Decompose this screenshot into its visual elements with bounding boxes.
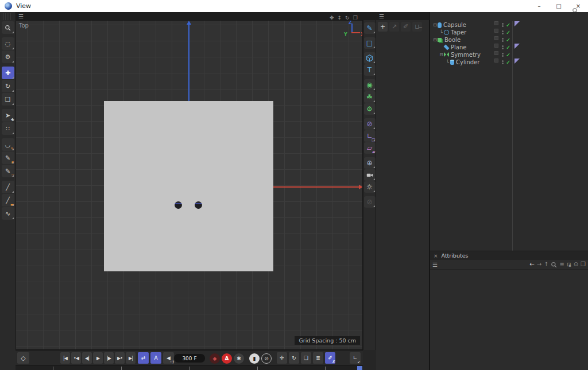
object-row-plane[interactable]: Plane ✓ [430, 44, 588, 51]
visibility-dots-toggle[interactable] [502, 29, 504, 36]
cluster-generator-tool[interactable]: ☘ [364, 91, 376, 103]
link-button[interactable]: ↗ [389, 22, 399, 32]
position-record-toggle[interactable]: ✛ [277, 352, 287, 364]
filter-icon[interactable]: ≣ [559, 262, 564, 267]
lock-icon[interactable]: ⊓▪ [567, 262, 571, 267]
layer-toggle[interactable] [494, 36, 498, 40]
loop-toggle[interactable]: ⇄ [138, 352, 149, 364]
symmetry-instance-tool[interactable]: ▱▰ [364, 142, 376, 154]
record-keyframe-button[interactable]: ◆ [210, 353, 220, 364]
zoom-camera-icon[interactable]: ↕ [336, 15, 344, 21]
layer-toggle[interactable] [494, 21, 498, 25]
pan-camera-icon[interactable]: ✥ [328, 15, 336, 21]
enabled-check-toggle[interactable]: ✓ [506, 36, 510, 44]
visibility-dots-toggle[interactable] [502, 59, 504, 66]
brush-tool[interactable]: ╱ [2, 181, 14, 193]
visibility-dots-toggle[interactable] [502, 51, 504, 59]
create-menu-icon[interactable]: ☰ [377, 13, 386, 20]
layer-toggle[interactable] [494, 59, 498, 63]
target-icon[interactable]: ⊙ [574, 262, 578, 267]
annotate-tool[interactable]: ⊘ [364, 196, 376, 208]
scale-record-toggle[interactable]: ❏ [301, 352, 311, 364]
pla-record-toggle[interactable]: ✐✗ [325, 352, 335, 364]
minimize-button[interactable]: – [529, 0, 549, 12]
back-icon[interactable]: ← [529, 262, 534, 267]
viewport-canvas[interactable]: Top Z X Y Grid Spacing : 50 cm [16, 20, 363, 350]
measure-tool[interactable]: ╱▬ [2, 194, 14, 207]
volume-generator-tool[interactable]: ⚙ [364, 103, 376, 115]
expand-icon[interactable]: ⊟ [432, 38, 438, 42]
up-icon[interactable]: ↑ [544, 262, 548, 267]
object-row-capsule[interactable]: ⊟ Capsule ✓ [430, 21, 588, 29]
toolbar-drag-handle[interactable] [2, 13, 12, 20]
enabled-check-toggle[interactable]: ✓ [506, 44, 510, 51]
fcurve-button[interactable]: ∟↙ [350, 352, 361, 364]
parameter-record-toggle[interactable]: ≣ [313, 352, 323, 364]
object-row-taper[interactable]: └ Taper ✓ [430, 29, 588, 36]
record-filter-button[interactable]: ⊘ [261, 353, 272, 364]
visibility-dots-toggle[interactable] [502, 36, 504, 44]
light-tool[interactable]: ☼ [364, 181, 376, 193]
autokey-hud-toggle[interactable]: A⋯ [150, 352, 161, 364]
maximize-button[interactable]: □ [549, 0, 568, 12]
axis-gizmo[interactable]: Z X Y [343, 22, 363, 39]
next-frame-button[interactable]: |▶ [104, 352, 114, 364]
sketch-spline-tool[interactable]: ∿ [2, 207, 14, 220]
viewport-menu-filter[interactable] [53, 14, 60, 21]
pen-spline-tool[interactable]: ✎▪ [2, 151, 14, 164]
tweak-tool[interactable]: ⚙ [2, 50, 14, 63]
transform-tool[interactable]: ➤✚ [2, 109, 14, 122]
move-tool[interactable]: ✚ [2, 67, 14, 79]
environment-tool[interactable]: ⊕ [364, 157, 376, 169]
popup-icon[interactable]: ❐ [581, 262, 586, 267]
point-spline-tool[interactable]: ✎∷ [2, 165, 14, 177]
viewport-menu-view[interactable] [26, 14, 33, 21]
set-keyframe-button[interactable]: ◇ [17, 352, 29, 364]
add-button[interactable]: + [378, 22, 388, 32]
prev-key-button[interactable]: •◀ [71, 352, 81, 364]
viewport-menu-panel[interactable] [60, 14, 67, 21]
magnet-tool[interactable]: ∷ [2, 122, 14, 135]
enabled-check-toggle[interactable]: ✓ [506, 51, 510, 59]
object-row-boole[interactable]: ⊟ Boole ✓ [430, 36, 588, 44]
viewport-menu-options[interactable] [47, 14, 53, 21]
search-icon[interactable] [551, 262, 557, 268]
create-menu--[interactable] [400, 14, 407, 21]
phong-tag-icon[interactable] [514, 59, 520, 64]
layer-toggle[interactable] [494, 29, 498, 33]
viewport-menu-display[interactable] [40, 14, 47, 21]
cylinder-object-left[interactable] [175, 201, 182, 209]
enabled-check-toggle[interactable]: ✓ [506, 59, 510, 66]
goto-end-button[interactable]: ▶| [126, 352, 136, 364]
camera-tool[interactable] [364, 169, 376, 181]
attr-menu-mode[interactable] [440, 263, 447, 269]
ruler-scroll-thumb[interactable] [357, 366, 362, 370]
rotate-camera-icon[interactable]: ↻ [343, 15, 351, 21]
sound-toggle[interactable]: ◀) [163, 352, 174, 364]
axis-modify-tool[interactable]: ∟□ [364, 130, 376, 142]
rotate-tool[interactable]: ↻ [2, 80, 14, 92]
enabled-check-toggle[interactable]: ✓ [506, 21, 510, 29]
rotation-record-toggle[interactable]: ↻ [289, 352, 299, 364]
motext-tool[interactable]: T [364, 64, 376, 76]
record-mode-button[interactable]: ▮ [249, 353, 260, 364]
object-row-symmetry[interactable]: ⊟ Symmetry ✓ [430, 51, 588, 59]
create-menu-edit[interactable] [393, 14, 400, 21]
scale-tool[interactable]: ❏ [2, 93, 14, 106]
autokeying-button[interactable]: A [222, 353, 232, 364]
object-row-cylinder[interactable]: └ Cylinder ✓ [430, 59, 588, 66]
primitive-cube-tool[interactable] [364, 52, 376, 64]
expand-icon[interactable]: ⊟ [439, 53, 444, 57]
spline-pen-tool[interactable]: ✎ [364, 22, 376, 34]
close-panel-icon[interactable]: × [430, 253, 442, 259]
next-key-button[interactable]: ▶• [115, 352, 125, 364]
viewport-menu-cameras[interactable] [33, 14, 40, 21]
visibility-dots-toggle[interactable] [502, 44, 504, 51]
pick-button[interactable]: ✐ [401, 22, 411, 32]
play-button[interactable]: ▶ [93, 352, 103, 364]
current-frame-field[interactable]: 300 F [174, 354, 205, 363]
goto-start-button[interactable]: |◀ [60, 352, 70, 364]
visibility-dots-toggle[interactable] [502, 21, 504, 29]
live-selection-tool[interactable]: ◌ [2, 37, 14, 50]
timeline-ruler[interactable] [16, 365, 363, 370]
